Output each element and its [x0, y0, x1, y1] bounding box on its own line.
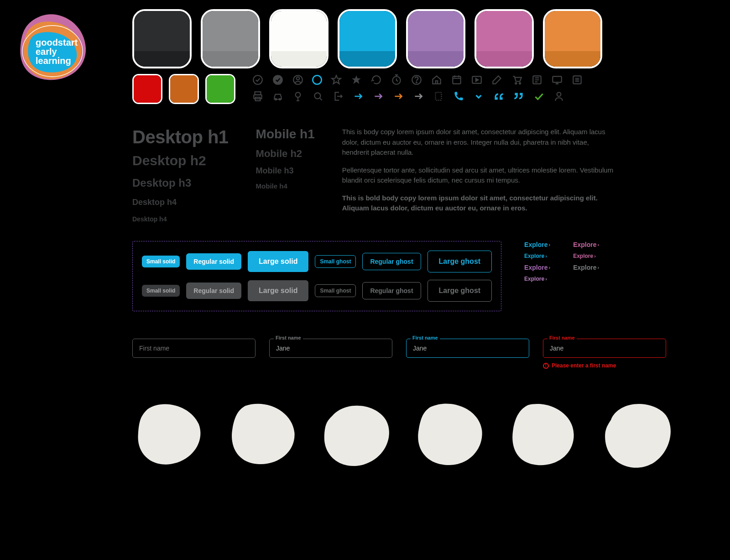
explore-link-purple[interactable]: Explore › [524, 264, 550, 271]
cart-icon [511, 74, 523, 86]
chevron-cyan-icon [473, 90, 485, 102]
screen-icon [551, 74, 563, 86]
marker-icon [433, 90, 444, 102]
explore-link-cyan[interactable]: Explore › [524, 241, 550, 248]
mobile-h3: Mobile h3 [256, 166, 315, 176]
user-outline-icon [292, 74, 304, 86]
arrow-purple-icon [372, 90, 384, 102]
svg-point-12 [416, 82, 417, 83]
svg-rect-18 [553, 76, 562, 82]
body-copy-1: This is body copy lorem ipsum dolor sit … [342, 127, 616, 158]
news-icon [531, 74, 543, 86]
tick-green-icon [533, 90, 545, 102]
palette-status [132, 74, 235, 104]
input-error: First name ! Please enter a first name [543, 339, 666, 369]
blob-shape-1 [132, 401, 208, 469]
blob-shape-3 [319, 401, 395, 469]
svg-point-26 [314, 93, 320, 99]
blob-shape-5 [506, 401, 582, 469]
arrow-grey-icon [412, 90, 424, 102]
brand-logo: goodstart early learning [14, 9, 91, 87]
question-circle-icon [411, 74, 422, 86]
arrow-cyan-icon [352, 90, 364, 102]
user-solid-icon [312, 75, 322, 85]
first-name-input-filled[interactable] [269, 339, 392, 358]
first-name-input-error[interactable] [543, 339, 666, 358]
explore-link-pink[interactable]: Explore › [573, 241, 599, 248]
svg-point-5 [273, 75, 283, 85]
tree-icon [292, 90, 304, 102]
btn-large-ghost-grey[interactable]: Large ghost [428, 280, 492, 302]
body-copy-bold: This is bold body copy lorem ipsum dolor… [342, 193, 616, 214]
explore-link-cyan-sm[interactable]: Explore› [524, 253, 550, 259]
btn-large-solid-grey[interactable]: Large solid [248, 280, 308, 301]
input-label: First name [548, 335, 577, 340]
swatch-charcoal [132, 9, 192, 68]
svg-point-15 [515, 83, 516, 84]
svg-rect-27 [436, 92, 442, 100]
svg-text:goodstart: goodstart [36, 37, 78, 47]
svg-text:learning: learning [36, 56, 71, 66]
btn-regular-ghost-grey[interactable]: Regular ghost [362, 282, 421, 299]
input-focus: First name [406, 339, 529, 369]
input-label: First name [411, 335, 440, 340]
input-default [132, 339, 256, 369]
btn-large-ghost-cyan[interactable]: Large ghost [428, 251, 492, 272]
home-icon [431, 74, 443, 86]
logout-icon [332, 90, 344, 102]
car-icon [272, 90, 284, 102]
swatch-offwhite [269, 9, 328, 68]
svg-point-25 [296, 92, 301, 97]
btn-small-solid-grey[interactable]: Small solid [142, 285, 180, 297]
mobile-h4: Mobile h4 [256, 182, 315, 190]
svg-point-4 [253, 75, 262, 84]
first-name-input-focus[interactable] [406, 339, 529, 358]
blob-shape-6 [600, 401, 675, 469]
desktop-h1: Desktop h1 [132, 127, 229, 147]
svg-point-16 [519, 83, 521, 84]
btn-small-solid-cyan[interactable]: Small solid [142, 256, 180, 267]
palette-primary [132, 9, 716, 68]
swatch-purple [406, 9, 465, 68]
error-icon: ! [543, 363, 549, 369]
print-icon [252, 90, 264, 102]
body-copy-2: Pellentesque tortor ante, sollicitudin s… [342, 165, 616, 186]
desktop-h3: Desktop h3 [132, 177, 229, 189]
swatch-red [132, 74, 162, 104]
phone-cyan-icon [453, 90, 464, 102]
btn-regular-ghost-cyan[interactable]: Regular ghost [362, 253, 421, 270]
btn-small-ghost-grey[interactable]: Small ghost [315, 284, 356, 297]
check-circle-outline-icon [252, 74, 264, 86]
clock-icon [391, 74, 402, 86]
swatch-green [205, 74, 235, 104]
svg-point-7 [297, 77, 300, 80]
svg-point-28 [557, 92, 561, 96]
quote-close-cyan-icon [513, 90, 525, 102]
first-name-input[interactable] [132, 339, 256, 358]
video-icon [471, 74, 483, 86]
mobile-h1: Mobile h1 [256, 127, 315, 141]
swatch-grey [201, 9, 260, 68]
explore-link-grey[interactable]: Explore › [573, 264, 599, 271]
input-filled: First name [269, 339, 392, 369]
list-icon [571, 74, 583, 86]
explore-link-pink-sm[interactable]: Explore› [573, 253, 599, 259]
btn-small-ghost-cyan[interactable]: Small ghost [315, 255, 356, 268]
edit-icon [491, 74, 503, 86]
explore-link-mauve-sm[interactable]: Explore› [524, 276, 550, 282]
swatch-cyan [338, 9, 397, 68]
btn-large-solid-cyan[interactable]: Large solid [248, 251, 308, 272]
search-icon [312, 90, 324, 102]
desktop-h4: Desktop h4 [132, 198, 229, 207]
btn-regular-solid-grey[interactable]: Regular solid [186, 283, 241, 299]
icon-row-1 [252, 74, 716, 86]
check-circle-solid-icon [272, 74, 284, 86]
refresh-icon [370, 74, 382, 86]
blob-shapes [132, 401, 716, 469]
desktop-h2: Desktop h2 [132, 153, 229, 168]
svg-rect-13 [453, 76, 460, 84]
star-outline-icon [330, 74, 342, 86]
btn-regular-solid-cyan[interactable]: Regular solid [186, 253, 241, 270]
desktop-h5: Desktop h4 [132, 215, 229, 223]
calendar-icon [451, 74, 463, 86]
